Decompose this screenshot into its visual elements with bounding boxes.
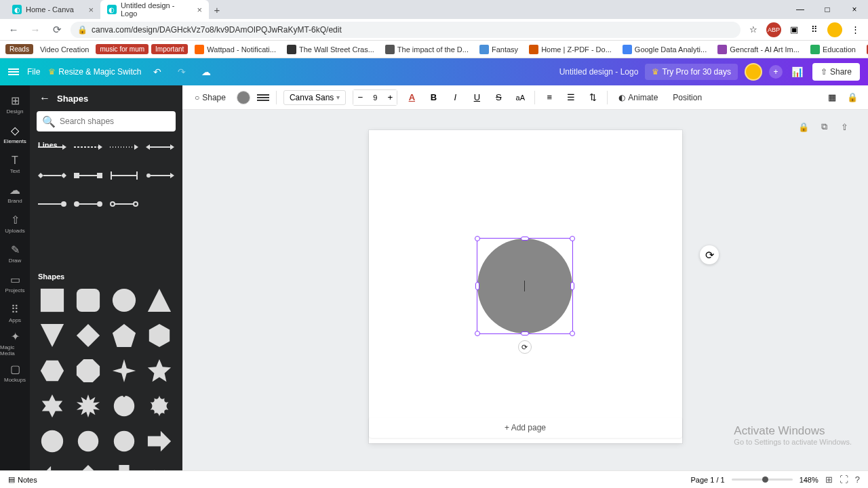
- shape-hexagon-flat[interactable]: [37, 355, 68, 386]
- back-button[interactable]: ←: [39, 92, 50, 104]
- file-menu[interactable]: File: [27, 67, 40, 77]
- animate-button[interactable]: ◐ Animate: [614, 90, 662, 105]
- line-hollow-circle[interactable]: [108, 239, 140, 263]
- url-field[interactable]: 🔒 canva.com/design/DAGHckVz7o8/kv9DAmOIP…: [71, 22, 741, 38]
- extensions-icon[interactable]: ⠿: [807, 22, 822, 37]
- resize-handle-b[interactable]: [521, 331, 529, 336]
- line-circle-both[interactable]: [73, 239, 104, 263]
- shape-octagon[interactable]: [73, 355, 104, 386]
- bookmark-google-analytics[interactable]: Google Data Analyti...: [618, 43, 711, 56]
- shape-triangle-down[interactable]: [37, 320, 68, 351]
- share-button[interactable]: ⇧ Share: [812, 63, 860, 81]
- selected-circle-shape[interactable]: ⟳: [477, 239, 572, 333]
- shape-diamond[interactable]: [73, 320, 104, 351]
- bookmark-important[interactable]: Important: [151, 44, 188, 54]
- shape-square[interactable]: [37, 285, 68, 316]
- rail-apps[interactable]: ⠿Apps: [0, 298, 30, 328]
- export-page-icon[interactable]: ⇧: [837, 119, 852, 134]
- rail-uploads[interactable]: ⇧Uploads: [0, 209, 30, 239]
- cloud-sync-icon[interactable]: ☁: [198, 64, 214, 80]
- shape-4-star[interactable]: [108, 355, 140, 386]
- underline-button[interactable]: U: [469, 90, 484, 105]
- shape-hexagon[interactable]: [144, 320, 175, 351]
- adblock-icon[interactable]: ABP: [766, 22, 781, 37]
- lock-page-icon[interactable]: 🔒: [796, 119, 811, 134]
- shape-6-star[interactable]: [37, 390, 68, 422]
- rotate-handle[interactable]: ⟳: [518, 340, 532, 354]
- rail-brand[interactable]: ☁Brand: [0, 179, 30, 209]
- rail-text[interactable]: TText: [0, 149, 30, 179]
- profile-avatar[interactable]: [827, 22, 842, 37]
- close-icon[interactable]: ×: [88, 5, 94, 15]
- fullscreen-button[interactable]: ⛶: [840, 474, 848, 485]
- bookmark-wallstreet[interactable]: The Wall Street Cras...: [283, 43, 378, 56]
- shape-arrow-down[interactable]: [108, 461, 140, 470]
- shape-triangle[interactable]: [144, 285, 175, 316]
- lock-button[interactable]: 🔒: [845, 90, 860, 105]
- document-title[interactable]: Untitled design - Logo: [559, 67, 639, 77]
- bookmark-wattpad[interactable]: Wattpad - Notificati...: [191, 43, 280, 56]
- shape-8-star[interactable]: [73, 390, 104, 422]
- bookmark-zpdf[interactable]: Home | Z-PDF - Do...: [525, 43, 616, 56]
- shape-button[interactable]: ○ Shape: [191, 90, 230, 105]
- close-window-button[interactable]: ×: [841, 0, 868, 19]
- zoom-thumb[interactable]: [762, 476, 768, 483]
- bookmark-gencraft[interactable]: Gencraft - AI Art Im...: [713, 43, 804, 56]
- shape-wavy-circle[interactable]: [108, 426, 140, 457]
- star-icon[interactable]: ☆: [746, 22, 761, 37]
- align-button[interactable]: ≡: [542, 90, 557, 105]
- line-circle-end[interactable]: [37, 239, 68, 263]
- rail-elements[interactable]: ◇Elements: [0, 119, 30, 149]
- position-button[interactable]: Position: [669, 90, 706, 105]
- back-button[interactable]: ←: [5, 22, 22, 38]
- bookmark-reads[interactable]: Reads: [5, 44, 33, 54]
- resize-handle-bl[interactable]: [475, 331, 480, 336]
- zoom-percent[interactable]: 148%: [800, 476, 818, 484]
- rail-magic-media[interactable]: ✦Magic Media: [0, 328, 30, 358]
- new-tab-button[interactable]: +: [209, 0, 225, 19]
- reload-button[interactable]: ⟳: [49, 22, 65, 38]
- page-indicator[interactable]: Page 1 / 1: [690, 476, 724, 484]
- resize-handle-tr[interactable]: [570, 236, 575, 241]
- resize-handle-t[interactable]: [521, 237, 529, 241]
- shape-seal[interactable]: [37, 426, 68, 457]
- rail-projects[interactable]: ▭Projects: [0, 268, 30, 298]
- strikethrough-button[interactable]: S: [491, 90, 506, 105]
- bookmark-harlequin[interactable]: Harlequin Romance...: [863, 43, 868, 56]
- close-icon[interactable]: ×: [197, 5, 202, 15]
- font-size-value[interactable]: 9: [367, 94, 383, 102]
- font-selector[interactable]: Canva Sans ▾: [283, 90, 346, 105]
- menu-button[interactable]: [8, 67, 19, 77]
- spacing-button[interactable]: ⇅: [585, 90, 600, 105]
- forward-button[interactable]: →: [27, 22, 43, 38]
- text-color-button[interactable]: A: [404, 90, 419, 105]
- shape-arrow-up[interactable]: [73, 461, 104, 470]
- resize-handle-tl[interactable]: [475, 236, 480, 241]
- shape-pentagon[interactable]: [108, 320, 140, 351]
- search-shapes[interactable]: 🔍: [37, 111, 176, 131]
- shape-arrow-right[interactable]: [144, 426, 175, 457]
- analytics-icon[interactable]: 📊: [789, 64, 806, 80]
- increase-button[interactable]: +: [383, 90, 397, 105]
- undo-button[interactable]: ↶: [149, 64, 165, 80]
- font-size-stepper[interactable]: − 9 +: [353, 89, 397, 106]
- bookmark-video-creation[interactable]: Video Creation: [36, 44, 94, 55]
- notes-button[interactable]: ▤ Notes: [8, 475, 37, 484]
- duplicate-page-icon[interactable]: ⧉: [816, 119, 831, 134]
- shape-arrow-both[interactable]: [144, 461, 175, 470]
- bookmark-fantasy[interactable]: Fantasy: [475, 43, 522, 56]
- extension-icon[interactable]: ▣: [787, 22, 802, 37]
- resize-handle-l[interactable]: [475, 282, 479, 290]
- list-button[interactable]: ☰: [564, 90, 578, 105]
- fill-color-swatch[interactable]: [237, 91, 250, 104]
- shape-rounded-square[interactable]: [73, 285, 104, 316]
- rail-draw[interactable]: ✎Draw: [0, 239, 30, 268]
- help-button[interactable]: ?: [855, 474, 860, 485]
- decrease-button[interactable]: −: [353, 90, 367, 105]
- resize-handle-r[interactable]: [570, 282, 574, 290]
- transparency-button[interactable]: ▦: [825, 90, 840, 105]
- shape-burst-12[interactable]: [108, 390, 140, 422]
- search-input[interactable]: [60, 117, 170, 126]
- user-avatar[interactable]: [745, 63, 762, 81]
- browser-tab-1[interactable]: ◐ Untitled design - Logo ×: [100, 0, 209, 19]
